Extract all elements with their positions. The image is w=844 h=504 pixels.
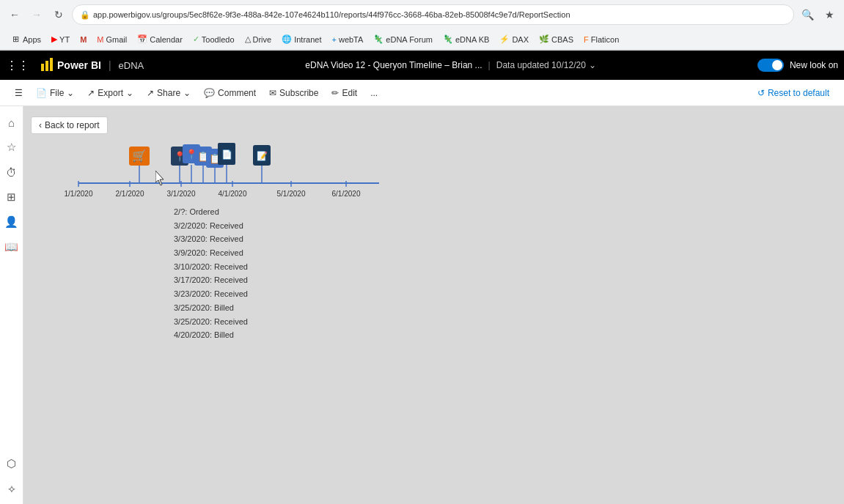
svg-rect-2 [50, 58, 53, 71]
toolbar-right: ↺ Reset to default [752, 85, 835, 101]
bookmark-edna-kb[interactable]: 🦎 eDNA KB [438, 33, 493, 45]
pbi-data-update[interactable]: Data updated 10/12/20 ⌄ [496, 60, 596, 70]
browser-toolbar: ← → ↻ 🔒 app.powerbigov.us/groups/5ec8f62… [0, 0, 844, 29]
svg-text:📄: 📄 [221, 149, 232, 160]
comment-button[interactable]: 💬 Comment [198, 85, 262, 101]
svg-rect-1 [45, 61, 48, 71]
bookmark-apps[interactable]: ⊞ Apps [6, 33, 45, 46]
bookmark-dax[interactable]: ⚡ DAX [495, 33, 533, 45]
bookmark-gmail[interactable]: M Gmail [92, 34, 131, 45]
share-chevron-icon: ⌄ [183, 88, 191, 98]
forward-button[interactable]: → [28, 6, 45, 23]
sidebar-item-shared[interactable]: 👤 [1, 212, 22, 232]
edna-kb-icon: 🦎 [443, 34, 453, 44]
file-button[interactable]: 📄 File ⌄ [30, 85, 80, 101]
flaticon-icon: F [584, 35, 589, 44]
list-item: 3/2/2020: Received [174, 219, 248, 233]
list-item: 3/23/2020: Received [174, 287, 248, 301]
sidebar-item-apps[interactable]: ⊞ [1, 187, 22, 207]
gmail-icon: M [97, 35, 103, 44]
bookmark-m[interactable]: M [76, 34, 91, 45]
edit-icon: ✏ [331, 88, 339, 98]
search-button[interactable]: 🔍 [799, 6, 816, 23]
timeline-svg: 1/1/2020 2/1/2020 3/1/2020 4/1/2020 5/1/… [64, 143, 416, 201]
reset-icon: ↺ [757, 88, 765, 98]
back-button[interactable]: ← [6, 6, 23, 23]
sidebar-item-recent[interactable]: ⏱ [1, 162, 22, 182]
export-icon: ↗ [87, 88, 95, 98]
comment-icon: 💬 [204, 88, 215, 98]
sidebar-item-learn[interactable]: 📖 [1, 237, 22, 257]
edna-forum-icon: 🦎 [373, 34, 384, 44]
bookmark-toodledo[interactable]: ✓ Toodledo [188, 33, 239, 45]
cbas-icon: 🌿 [539, 34, 549, 44]
pbi-grid-icon[interactable]: ⋮⋮ [6, 59, 29, 73]
main-layout: ⌂ ☆ ⏱ ⊞ 👤 📖 ⬡ ⟡ ‹ Back to report 1/1/202… [0, 106, 844, 504]
share-button[interactable]: ↗ Share ⌄ [141, 85, 197, 101]
bookmark-button[interactable]: ★ [821, 6, 838, 23]
subscribe-button[interactable]: ✉ Subscribe [263, 85, 324, 101]
list-item: 4/20/2020: Billed [174, 328, 248, 342]
svg-text:5/1/2020: 5/1/2020 [277, 190, 306, 198]
pbi-workspace: eDNA [119, 60, 144, 71]
bookmark-flaticon[interactable]: F Flaticon [579, 34, 623, 45]
svg-rect-0 [41, 64, 44, 71]
url-text: app.powerbigov.us/groups/5ec8f62e-9f3e-4… [93, 10, 786, 19]
export-chevron-icon: ⌄ [126, 88, 133, 98]
powerbi-logo-icon [40, 58, 54, 73]
content-area: ‹ Back to report 1/1/2020 2/1/2020 3/1/2… [23, 106, 844, 504]
sidebar-item-deployment[interactable]: ⟡ [1, 478, 22, 499]
svg-text:6/1/2020: 6/1/2020 [332, 190, 361, 198]
svg-text:2/1/2020: 2/1/2020 [116, 190, 144, 198]
list-item: 3/9/2020: Received [174, 246, 248, 260]
event-list: 2/?: Ordered 3/2/2020: Received 3/3/2020… [174, 205, 248, 342]
hamburger-icon: ☰ [15, 88, 23, 98]
pbi-appbar-right: New look on [757, 59, 838, 72]
hamburger-menu[interactable]: ☰ [9, 85, 29, 101]
left-sidebar: ⌂ ☆ ⏱ ⊞ 👤 📖 ⬡ ⟡ [0, 106, 23, 504]
webtab-icon: + [332, 35, 337, 44]
pbi-separator-1: | [109, 59, 111, 71]
list-item: 3/25/2020: Received [174, 315, 248, 329]
edit-button[interactable]: ✏ Edit [326, 85, 363, 101]
dax-icon: ⚡ [499, 34, 510, 44]
bookmark-yt[interactable]: ▶ YT [47, 33, 74, 45]
sidebar-item-home[interactable]: ⌂ [1, 112, 22, 133]
bookmark-calendar[interactable]: 📅 Calendar [133, 33, 187, 45]
back-to-report-button[interactable]: ‹ Back to report [31, 116, 108, 134]
svg-text:📝: 📝 [257, 150, 268, 161]
bookmark-edna-forum[interactable]: 🦎 eDNA Forum [369, 33, 437, 45]
address-bar[interactable]: 🔒 app.powerbigov.us/groups/5ec8f62e-9f3e… [72, 4, 794, 25]
pbi-appbar-center: eDNA Video 12 - Queryon Timeline – Brian… [151, 60, 750, 70]
lock-icon: 🔒 [80, 10, 90, 20]
list-item: 2/?: Ordered [174, 205, 248, 219]
sidebar-item-workspaces[interactable]: ⬡ [1, 453, 22, 474]
bookmark-intranet[interactable]: 🌐 Intranet [277, 33, 326, 45]
new-look-toggle[interactable] [757, 59, 784, 72]
pbi-report-title: eDNA Video 12 - Queryon Timeline – Brian… [305, 60, 482, 70]
more-button[interactable]: ... [364, 85, 384, 101]
list-item: 3/3/2020: Received [174, 232, 248, 246]
export-button[interactable]: ↗ Export ⌄ [81, 85, 139, 101]
svg-text:3/1/2020: 3/1/2020 [167, 190, 196, 198]
reload-button[interactable]: ↻ [50, 6, 67, 23]
list-item: 3/17/2020: Received [174, 273, 248, 287]
pbi-toolbar: ☰ 📄 File ⌄ ↗ Export ⌄ ↗ Share ⌄ 💬 Commen… [0, 80, 844, 106]
bookmark-webtab[interactable]: + webTA [328, 34, 368, 45]
pbi-appbar: ⋮⋮ Power BI | eDNA eDNA Video 12 - Query… [0, 51, 844, 80]
subscribe-icon: ✉ [269, 88, 276, 98]
file-icon: 📄 [36, 88, 47, 98]
bookmarks-bar: ⊞ Apps ▶ YT M M Gmail 📅 Calendar ✓ Toodl… [0, 29, 844, 50]
bookmark-cbas[interactable]: 🌿 CBAS [535, 33, 578, 45]
svg-text:4/1/2020: 4/1/2020 [219, 190, 247, 198]
toggle-knob [772, 60, 782, 70]
list-item: 3/10/2020: Received [174, 260, 248, 274]
pbi-product-name: Power BI [57, 59, 101, 71]
toodledo-icon: ✓ [193, 34, 199, 44]
share-icon: ↗ [147, 88, 154, 98]
sidebar-item-favorites[interactable]: ☆ [1, 137, 22, 158]
intranet-icon: 🌐 [282, 34, 292, 44]
bookmark-drive[interactable]: △ Drive [241, 33, 276, 45]
apps-grid-icon: ⊞ [10, 34, 21, 45]
reset-button[interactable]: ↺ Reset to default [752, 85, 835, 101]
